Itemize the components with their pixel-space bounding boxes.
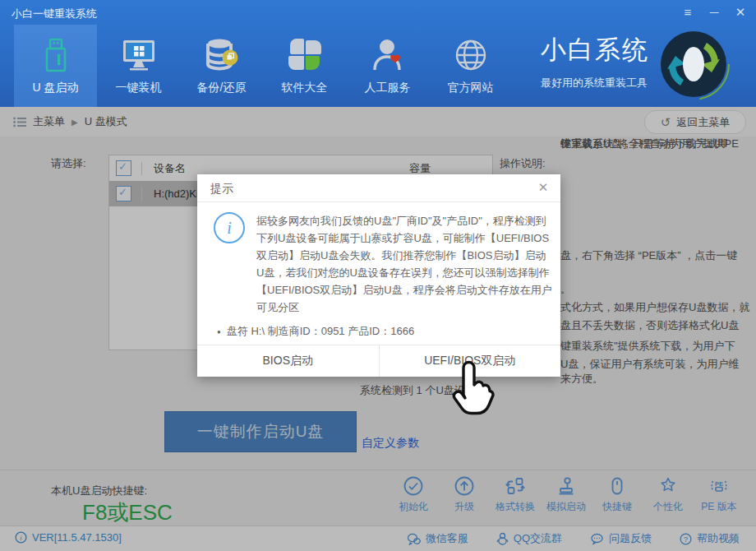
nav-software-center[interactable]: 软件大全 — [263, 25, 346, 107]
dialog-text-line: 双启动】启动U盘会失败。我们推荐您制作【BIOS启动】启动 — [256, 247, 549, 264]
main-nav: U 盘启动 一键装机 — [14, 25, 512, 107]
usb-device-id-text: 盘符 H:\ 制造商ID：0951 产品ID：1666 — [227, 324, 414, 339]
prompt-dialog: 提示 ✕ i 据较多网友向我们反馈的U盘"厂商ID"及"产品ID"，程序检测到 … — [197, 174, 560, 377]
brand-name: 小白系统 — [541, 33, 664, 67]
dialog-text-line: 据较多网友向我们反馈的U盘"厂商ID"及"产品ID"，程序检测到 — [256, 212, 549, 229]
usb-drive-icon — [37, 36, 75, 74]
nav-label: 人工服务 — [365, 81, 411, 95]
titlebar: 小白一键重装系统 ≡ ─ ✕ — [0, 0, 756, 25]
dialog-close-icon[interactable]: ✕ — [536, 180, 551, 195]
nav-label: U 盘启动 — [33, 81, 79, 95]
nav-label: 官方网站 — [448, 81, 494, 95]
nav-label: 软件大全 — [282, 81, 328, 95]
nav-human-service[interactable]: 人工服务 — [346, 25, 429, 107]
window-title: 小白一键重装系统 — [12, 7, 97, 21]
app-window: 小白一键重装系统 ≡ ─ ✕ U 盘启动 — [0, 0, 756, 551]
nav-label: 一键装机 — [116, 81, 162, 95]
brand-slogan: 最好用的系统重装工具 — [541, 76, 664, 90]
backup-database-icon — [203, 36, 241, 74]
brand: 小白系统 最好用的系统重装工具 — [541, 33, 664, 90]
info-circle-icon: i — [214, 212, 245, 243]
nav-label: 备份/还原 — [197, 81, 247, 95]
nav-usb-boot[interactable]: U 盘启动 — [14, 25, 97, 107]
window-controls: ≡ ─ ✕ — [680, 3, 748, 21]
apps-clover-icon — [286, 36, 324, 74]
usb-device-id-line: ● 盘符 H:\ 制造商ID：0951 产品ID：1666 — [217, 324, 414, 339]
globe-icon — [452, 36, 490, 74]
bios-boot-button[interactable]: BIOS启动 — [197, 345, 379, 377]
nav-official-site[interactable]: 官方网站 — [429, 25, 512, 107]
nav-backup-restore[interactable]: 备份/还原 — [180, 25, 263, 107]
person-heart-icon — [369, 36, 407, 74]
dialog-text-line: 可见分区 — [256, 299, 549, 316]
dialog-title: 提示 — [210, 182, 233, 197]
dialog-body: 据较多网友向我们反馈的U盘"厂商ID"及"产品ID"，程序检测到 下列U盘设备可… — [256, 212, 549, 316]
header: 小白一键重装系统 ≡ ─ ✕ U 盘启动 — [0, 0, 756, 107]
brand-logo-icon — [656, 26, 731, 102]
dialog-text-line: 【UEFI/BIOS双启动】启动U盘，程序会将启动文件存放在用户 — [256, 281, 549, 299]
dialog-titlebar: 提示 ✕ — [197, 174, 560, 202]
monitor-icon — [120, 36, 158, 74]
close-icon[interactable]: ✕ — [733, 3, 748, 21]
dialog-text-line: U盘，若我们对您的U盘设备存在误判，您还可以强制选择制作 — [256, 264, 549, 281]
tap-hand-cursor-icon — [444, 359, 495, 419]
dialog-text-line: 下列U盘设备可能属于山寨或扩容U盘，可能制作【UEFI/BIOS — [256, 229, 549, 247]
nav-one-key-install[interactable]: 一键装机 — [97, 25, 180, 107]
dialog-buttons: BIOS启动 UEFI/BIOS双启动 — [197, 345, 560, 377]
minimize-icon[interactable]: ─ — [707, 3, 721, 21]
bullet-icon: ● — [217, 328, 221, 336]
menu-icon[interactable]: ≡ — [680, 3, 695, 21]
